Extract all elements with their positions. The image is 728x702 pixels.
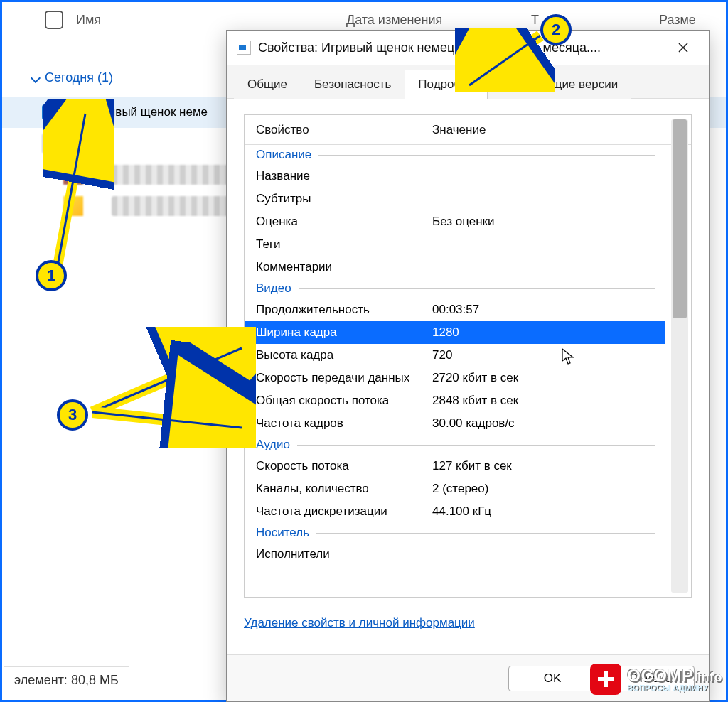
- watermark-text: OCOMP.info ВОПРОСЫ АДМИНУ: [627, 666, 722, 693]
- prop-audio-channels[interactable]: Каналы, количество2 (стерео): [245, 477, 665, 500]
- prop-title[interactable]: Название: [245, 165, 665, 188]
- column-size[interactable]: Разме: [659, 13, 726, 28]
- scrollbar-thumb[interactable]: [673, 119, 687, 318]
- grid-content: Описание Название Субтитры ОценкаБез оце…: [245, 145, 665, 597]
- prop-duration[interactable]: Продолжительность00:03:57: [245, 298, 665, 321]
- prop-rating[interactable]: ОценкаБез оценки: [245, 210, 665, 233]
- property-grid: Свойство Значение Описание Название Субт…: [244, 114, 692, 598]
- annotation-arrow-2: [455, 28, 555, 92]
- chevron-down-icon: [31, 73, 41, 83]
- tab-security[interactable]: Безопасность: [301, 70, 405, 99]
- prop-frame-rate[interactable]: Частота кадров30.00 кадров/с: [245, 412, 665, 435]
- status-bar: элемент: 80,8 МБ: [4, 666, 129, 698]
- grid-header: Свойство Значение: [245, 115, 691, 145]
- prop-total-bitrate[interactable]: Общая скорость потока2848 кбит в сек: [245, 389, 665, 412]
- prop-data-rate[interactable]: Скорость передачи данных2720 кбит в сек: [245, 367, 665, 389]
- section-description: Описание: [245, 145, 665, 165]
- column-date[interactable]: Дата изменения: [346, 13, 531, 28]
- properties-dialog: Свойства: Игривый щенок немецкой вчарки …: [226, 30, 710, 702]
- watermark: OCOMP.info ВОПРОСЫ АДМИНУ: [590, 664, 722, 695]
- annotation-badge-2: 2: [540, 14, 572, 45]
- prop-subtitles[interactable]: Субтитры: [245, 188, 665, 210]
- prop-comments[interactable]: Комментарии: [245, 256, 665, 279]
- prop-frame-width[interactable]: Ширина кадра1280: [245, 321, 665, 344]
- remove-properties-link[interactable]: Удаление свойств и личной информации: [244, 616, 692, 630]
- prop-tags[interactable]: Теги: [245, 233, 665, 256]
- grid-head-property[interactable]: Свойство: [245, 123, 429, 137]
- column-name[interactable]: Имя: [76, 13, 346, 28]
- grid-head-value[interactable]: Значение: [429, 123, 691, 137]
- plus-icon: [590, 664, 621, 695]
- group-label: Сегодня: [45, 70, 94, 85]
- prop-audio-bitrate[interactable]: Скорость потока127 кбит в сек: [245, 455, 665, 477]
- section-origin: Носитель: [245, 523, 665, 543]
- video-file-icon: [237, 40, 251, 55]
- group-count: (1): [97, 70, 113, 85]
- annotation-badge-3: 3: [57, 399, 88, 431]
- close-icon: [678, 42, 689, 53]
- dialog-body: Свойство Значение Описание Название Субт…: [227, 99, 709, 637]
- mouse-cursor-icon: [562, 348, 574, 365]
- annotation-arrow-3a: [85, 327, 256, 448]
- svg-rect-1: [598, 677, 614, 681]
- section-video: Видео: [245, 279, 665, 298]
- annotation-arrow-1: [43, 99, 114, 284]
- tab-general[interactable]: Общие: [234, 70, 301, 99]
- prop-performers[interactable]: Исполнители: [245, 543, 665, 566]
- prop-audio-sample-rate[interactable]: Частота дискретизации44.100 кГц: [245, 500, 665, 523]
- section-audio: Аудио: [245, 435, 665, 455]
- select-all-checkbox[interactable]: [45, 11, 63, 29]
- prop-frame-height[interactable]: Высота кадра720: [245, 344, 665, 367]
- close-button[interactable]: [668, 31, 699, 65]
- ok-button[interactable]: OK: [508, 666, 596, 691]
- annotation-badge-1: 1: [36, 260, 67, 291]
- vertical-scrollbar[interactable]: [671, 119, 688, 593]
